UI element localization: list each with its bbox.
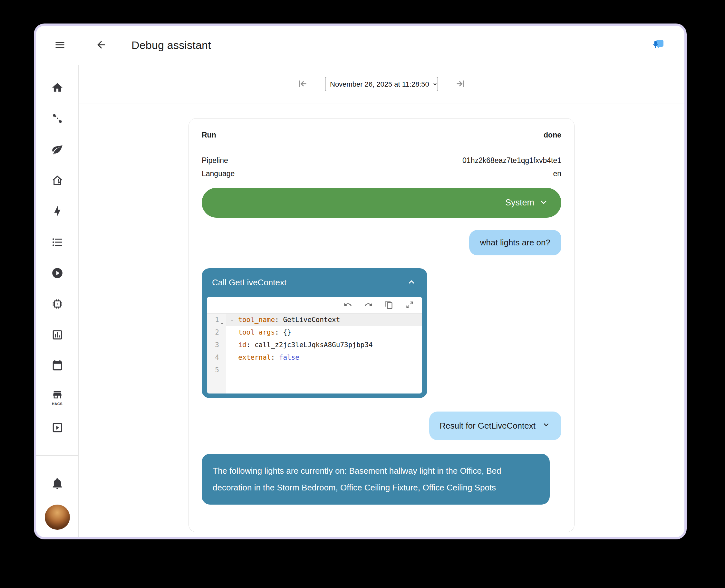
expand-icon — [405, 300, 414, 310]
lightning-bolt-icon — [51, 205, 63, 219]
tool-call-title: Call GetLiveContext — [212, 278, 286, 288]
code-line: - tool_name: GetLiveContext — [226, 314, 422, 326]
media-browser-icon — [51, 421, 63, 435]
run-card: Run done Pipeline 01hz2k68eaz7te1qg1fxvb… — [188, 118, 575, 532]
app-bar: Debug assistant — [36, 26, 684, 65]
sidebar-item-power[interactable] — [36, 196, 79, 227]
next-run-icon — [455, 78, 466, 90]
previous-run-icon — [297, 78, 308, 90]
copy-icon — [385, 300, 394, 310]
sidebar-item-media[interactable] — [36, 258, 79, 289]
home-icon — [51, 82, 63, 95]
main-content: November 26, 2025 at 11:28:50 Run done P… — [79, 65, 684, 537]
result-label: Result for GetLiveContext — [440, 421, 536, 431]
code-area[interactable]: 1 2 3 4 5 - tool_name: GetLiveContext to… — [207, 314, 422, 394]
hacs-store-icon — [52, 389, 63, 402]
expand-button[interactable] — [405, 300, 415, 310]
system-label: System — [505, 198, 534, 208]
run-status: done — [544, 131, 561, 140]
routes-icon — [51, 112, 63, 126]
energy-leaf-icon — [51, 143, 63, 157]
screen: Debug assistant — [0, 0, 725, 588]
run-selector-bar: November 26, 2025 at 11:28:50 — [79, 65, 684, 103]
arrow-left-icon — [95, 39, 107, 51]
sidebar-item-media-browser[interactable] — [36, 413, 79, 444]
run-label: Run — [202, 131, 216, 140]
menu-button[interactable] — [52, 38, 68, 53]
sidebar: HACS — [36, 65, 79, 537]
sidebar-item-routes[interactable] — [36, 104, 79, 134]
fold-marker-icon[interactable] — [219, 317, 225, 323]
back-button[interactable] — [94, 38, 109, 53]
run-select[interactable]: November 26, 2025 at 11:28:50 — [325, 77, 438, 91]
redo-icon — [364, 300, 373, 310]
undo-icon — [343, 300, 352, 310]
sidebar-item-calendar[interactable] — [36, 351, 79, 382]
menu-icon — [54, 39, 66, 51]
tool-call-header[interactable]: Call GetLiveContext — [202, 268, 427, 297]
previous-run-button[interactable] — [296, 77, 310, 91]
chevron-down-icon — [538, 197, 549, 209]
tool-call-card: Call GetLiveContext — [202, 268, 427, 398]
hacs-label: HACS — [52, 402, 62, 406]
chevron-up-icon — [406, 277, 417, 289]
code-line — [226, 364, 422, 376]
chevron-down-icon — [541, 420, 551, 432]
system-prompt-expander[interactable]: System — [202, 188, 561, 218]
pipeline-label: Pipeline — [202, 156, 228, 165]
bell-icon — [51, 477, 63, 491]
user-message-bubble: what lights are on? — [469, 230, 561, 255]
yaml-editor: 1 2 3 4 5 - tool_name: GetLiveContext to… — [207, 297, 422, 394]
sidebar-item-climate[interactable] — [36, 166, 79, 196]
code-line: external: false — [226, 351, 422, 364]
assistant-message-bubble: The following lights are currently on: B… — [202, 454, 550, 505]
history-chart-icon — [51, 329, 63, 342]
hardware-chip-icon — [51, 298, 63, 311]
redo-button[interactable] — [363, 300, 373, 310]
code-line: tool_args: {} — [226, 326, 422, 339]
sidebar-item-home[interactable] — [36, 73, 79, 104]
language-value: en — [553, 169, 561, 178]
sidebar-item-logbook[interactable] — [36, 227, 79, 258]
assist-voice-icon — [653, 39, 664, 51]
sidebar-item-hacs[interactable]: HACS — [36, 382, 79, 413]
sidebar-item-hardware[interactable] — [36, 289, 79, 320]
editor-gutter: 1 2 3 4 5 — [207, 314, 226, 394]
home-thermometer-icon — [51, 174, 63, 188]
pipeline-value: 01hz2k68eaz7te1qg1fxvb4te1 — [462, 156, 561, 165]
notifications-button[interactable] — [36, 468, 79, 500]
tool-result-expander[interactable]: Result for GetLiveContext — [429, 412, 561, 440]
sidebar-divider — [36, 455, 79, 456]
page-title: Debug assistant — [132, 39, 211, 51]
user-avatar[interactable] — [45, 505, 70, 530]
editor-code: - tool_name: GetLiveContext tool_args: {… — [226, 314, 422, 394]
debug-scroll-area: Run done Pipeline 01hz2k68eaz7te1qg1fxvb… — [79, 103, 684, 537]
copy-button[interactable] — [384, 300, 394, 310]
language-label: Language — [202, 169, 235, 178]
media-play-circle-icon — [51, 267, 63, 280]
assist-voice-button[interactable] — [650, 37, 668, 54]
logbook-list-icon — [51, 236, 63, 250]
next-run-button[interactable] — [454, 77, 467, 91]
app-window: Debug assistant — [36, 26, 684, 537]
calendar-icon — [51, 360, 63, 373]
sidebar-item-energy[interactable] — [36, 134, 79, 166]
code-line: id: call_z2jc3leLJqksA8Gu73pjbp34 — [226, 339, 422, 351]
editor-toolbar — [207, 297, 422, 314]
sidebar-item-history[interactable] — [36, 320, 79, 351]
undo-button[interactable] — [343, 300, 353, 310]
